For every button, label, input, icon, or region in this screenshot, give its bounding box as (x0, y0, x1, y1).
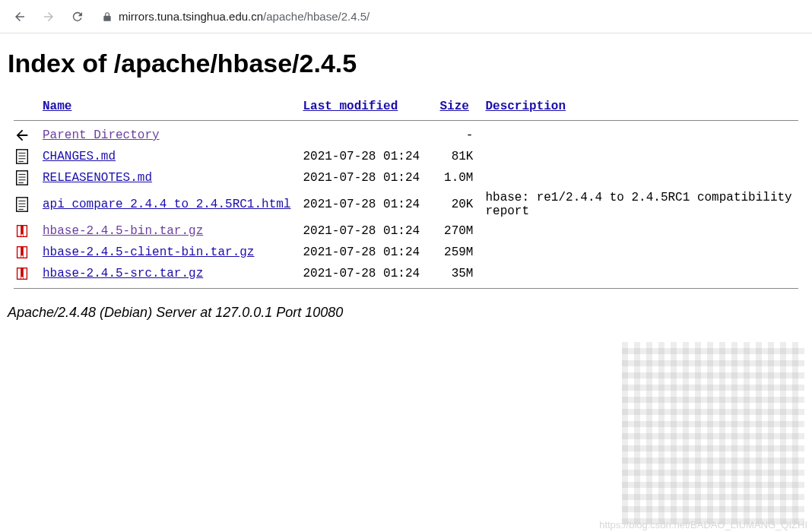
address-bar[interactable]: mirrors.tuna.tsinghua.edu.cn/apache/hbas… (102, 10, 370, 23)
description (479, 220, 804, 242)
description (479, 125, 804, 146)
text-icon (8, 167, 36, 188)
description (479, 167, 804, 188)
header-row: Name Last modified Size Description (8, 97, 804, 116)
page-title: Index of /apache/hbase/2.4.5 (8, 49, 804, 78)
description: hbase: re1/2.4.4 to 2.4.5RC1 compatibili… (479, 188, 804, 220)
file-link[interactable]: hbase-2.4.5-client-bin.tar.gz (43, 245, 254, 259)
compressed-icon (8, 242, 36, 263)
server-footer: Apache/2.4.48 (Debian) Server at 127.0.0… (8, 305, 804, 321)
file-size: - (433, 125, 479, 146)
file-link[interactable]: Parent Directory (43, 128, 160, 142)
sort-size-link[interactable]: Size (439, 100, 468, 113)
compressed-icon (8, 220, 36, 242)
file-link[interactable]: hbase-2.4.5-bin.tar.gz (43, 224, 203, 238)
table-row: CHANGES.md2021-07-28 01:2481K (8, 146, 804, 167)
compressed-icon (8, 263, 36, 284)
last-modified (297, 125, 433, 146)
file-size: 20K (433, 188, 479, 220)
svg-point-17 (21, 234, 24, 236)
description (479, 146, 804, 167)
table-row: Parent Directory- (8, 125, 804, 146)
last-modified: 2021-07-28 01:24 (297, 167, 433, 188)
last-modified: 2021-07-28 01:24 (297, 188, 433, 220)
back-button[interactable] (9, 6, 30, 27)
sort-name-link[interactable]: Name (43, 100, 71, 113)
browser-toolbar: mirrors.tuna.tsinghua.edu.cn/apache/hbas… (0, 0, 812, 33)
table-row: hbase-2.4.5-src.tar.gz2021-07-28 01:2435… (8, 263, 804, 284)
reload-button[interactable] (67, 6, 88, 27)
svg-point-23 (21, 277, 24, 279)
url-text: mirrors.tuna.tsinghua.edu.cn/apache/hbas… (119, 10, 370, 23)
file-size: 35M (433, 263, 479, 284)
url-host: mirrors.tuna.tsinghua.edu.cn (119, 10, 263, 23)
table-row: RELEASENOTES.md2021-07-28 01:241.0M (8, 167, 804, 188)
last-modified: 2021-07-28 01:24 (297, 242, 433, 263)
file-link[interactable]: api_compare_2.4.4_to_2.4.5RC1.html (43, 198, 290, 211)
qr-code-watermark (622, 342, 804, 524)
lock-icon (102, 11, 113, 22)
sort-description-link[interactable]: Description (485, 100, 566, 113)
text-icon (8, 188, 36, 220)
last-modified: 2021-07-28 01:24 (297, 220, 433, 242)
text-icon (8, 146, 36, 167)
back-icon (8, 125, 36, 146)
url-path: /apache/hbase/2.4.5/ (263, 10, 370, 23)
file-size: 1.0M (433, 167, 479, 188)
last-modified: 2021-07-28 01:24 (297, 263, 433, 284)
page-content: Index of /apache/hbase/2.4.5 Name Last m… (0, 33, 812, 328)
table-row: hbase-2.4.5-bin.tar.gz2021-07-28 01:2427… (8, 220, 804, 242)
forward-button[interactable] (38, 6, 59, 27)
table-row: api_compare_2.4.4_to_2.4.5RC1.html2021-0… (8, 188, 804, 220)
file-size: 259M (433, 242, 479, 263)
description (479, 263, 804, 284)
last-modified: 2021-07-28 01:24 (297, 146, 433, 167)
table-row: hbase-2.4.5-client-bin.tar.gz2021-07-28 … (8, 242, 804, 263)
svg-point-20 (21, 255, 24, 258)
file-size: 81K (433, 146, 479, 167)
file-link[interactable]: RELEASENOTES.md (43, 171, 152, 185)
file-link[interactable]: CHANGES.md (43, 150, 116, 163)
csdn-watermark: https://blog.csdn.net/BADAO_LIUMANG_QIZH… (599, 519, 807, 530)
directory-listing: Name Last modified Size Description Pare… (8, 97, 804, 293)
description (479, 242, 804, 263)
sort-modified-link[interactable]: Last modified (303, 100, 398, 113)
file-size: 270M (433, 220, 479, 242)
file-link[interactable]: hbase-2.4.5-src.tar.gz (43, 267, 203, 280)
